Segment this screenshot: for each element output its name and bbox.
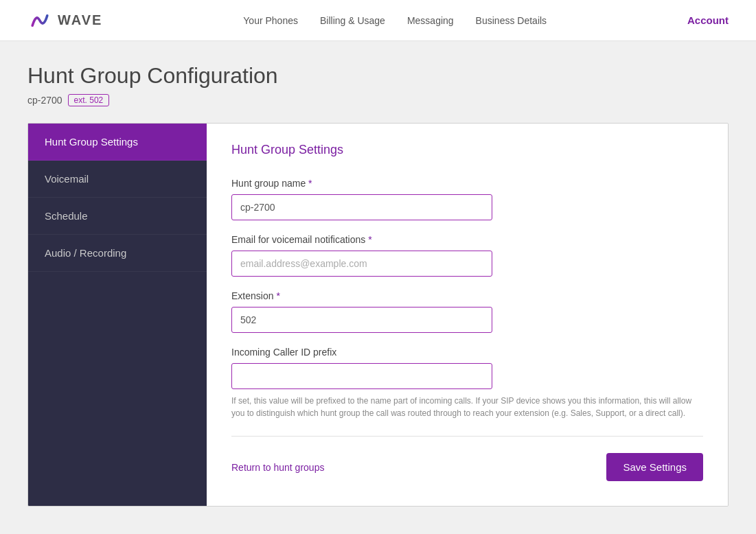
logo-area: WAVE bbox=[27, 8, 102, 33]
extension-label: Extension * bbox=[231, 290, 703, 301]
hunt-group-name-label: Hunt group name * bbox=[231, 178, 703, 189]
required-marker-ext: * bbox=[276, 290, 279, 301]
section-title: Hunt Group Settings bbox=[231, 143, 703, 161]
header: WAVE Your Phones Billing & Usage Messagi… bbox=[0, 0, 756, 41]
form-group-extension: Extension * bbox=[231, 290, 703, 333]
nav-messaging[interactable]: Messaging bbox=[407, 15, 454, 26]
page-container: Hunt Group Configuration cp-2700 ext. 50… bbox=[0, 41, 756, 529]
hunt-group-name-input[interactable] bbox=[231, 194, 492, 220]
return-to-hunt-groups-link[interactable]: Return to hunt groups bbox=[231, 462, 324, 473]
required-marker-email: * bbox=[368, 234, 371, 245]
nav-your-phones[interactable]: Your Phones bbox=[243, 15, 298, 26]
wave-logo-icon bbox=[27, 8, 52, 33]
form-group-caller-id-prefix: Incoming Caller ID prefix If set, this v… bbox=[231, 347, 703, 419]
logo-text: WAVE bbox=[58, 12, 102, 28]
sidebar-item-schedule[interactable]: Schedule bbox=[28, 198, 207, 235]
page-title: Hunt Group Configuration bbox=[27, 63, 729, 89]
email-voicemail-label: Email for voicemail notifications * bbox=[231, 234, 703, 245]
divider bbox=[231, 436, 703, 437]
ext-badge: ext. 502 bbox=[68, 94, 110, 106]
save-settings-button[interactable]: Save Settings bbox=[606, 453, 703, 481]
caller-id-prefix-label: Incoming Caller ID prefix bbox=[231, 347, 703, 358]
sidebar: Hunt Group Settings Voicemail Schedule A… bbox=[28, 124, 207, 506]
nav-business-details[interactable]: Business Details bbox=[476, 15, 547, 26]
required-marker: * bbox=[308, 178, 312, 189]
account-link[interactable]: Account bbox=[687, 14, 729, 26]
sidebar-item-hunt-group-settings[interactable]: Hunt Group Settings bbox=[28, 124, 207, 161]
subtitle-id: cp-2700 bbox=[27, 95, 62, 106]
page-subtitle: cp-2700 ext. 502 bbox=[27, 94, 729, 106]
main-container: Hunt Group Settings Voicemail Schedule A… bbox=[27, 123, 729, 507]
nav-billing-usage[interactable]: Billing & Usage bbox=[320, 15, 385, 26]
sidebar-item-voicemail[interactable]: Voicemail bbox=[28, 161, 207, 198]
form-group-email-voicemail: Email for voicemail notifications * bbox=[231, 234, 703, 277]
extension-input[interactable] bbox=[231, 307, 492, 333]
form-group-hunt-group-name: Hunt group name * bbox=[231, 178, 703, 220]
caller-id-helper-text: If set, this value will be prefixed to t… bbox=[231, 395, 703, 419]
caller-id-prefix-input[interactable] bbox=[231, 363, 492, 389]
content-area: Hunt Group Settings Hunt group name * Em… bbox=[207, 124, 728, 506]
footer-actions: Return to hunt groups Save Settings bbox=[231, 453, 703, 481]
main-nav: Your Phones Billing & Usage Messaging Bu… bbox=[243, 15, 547, 26]
sidebar-item-audio-recording[interactable]: Audio / Recording bbox=[28, 235, 207, 272]
email-voicemail-input[interactable] bbox=[231, 251, 492, 277]
